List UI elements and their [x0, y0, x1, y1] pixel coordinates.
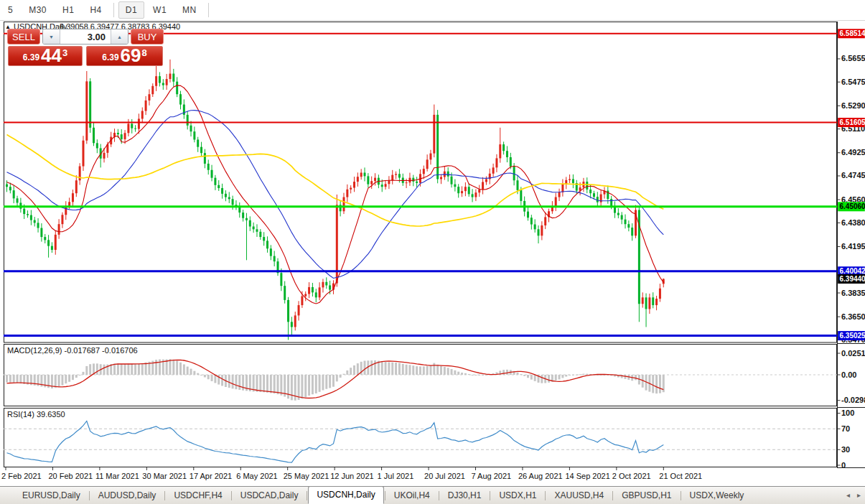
chart-canvas: 0.0251080.00-0.02988 10070300 6.565506.5…	[0, 0, 865, 504]
chart-tab-EURUSD-Daily[interactable]: EURUSD,Daily	[14, 488, 88, 503]
price-tick-label: 6.54750	[841, 78, 865, 86]
date-tick-label: 20 Feb 2021	[48, 472, 93, 480]
chart-tab-USDX-Weekly[interactable]: USDX,Weekly	[682, 488, 752, 503]
date-tick-label: 12 Jun 2021	[330, 472, 374, 480]
axis-badge-label: 6.45060	[840, 202, 865, 210]
rsi-label: RSI(14) 39.6350	[7, 410, 65, 419]
price-tick-label: 6.52900	[841, 101, 865, 110]
date-tick-label: 17 Apr 2021	[190, 472, 232, 480]
toolbar-separator	[113, 3, 114, 17]
rsi-tick-label: 30	[841, 445, 850, 454]
timeframe-button-5[interactable]: 5	[1, 1, 20, 19]
date-tick-label: 2 Oct 2021	[612, 472, 651, 480]
tabs-navigation: ◂ ▸	[846, 491, 861, 500]
price-tick-label: 6.38350	[841, 289, 865, 297]
sell-price-sup: 3	[62, 47, 67, 58]
tab-separator	[385, 491, 385, 500]
timeframe-button-MN[interactable]: MN	[175, 1, 204, 19]
toolbar-separator	[208, 3, 209, 17]
date-tick-label: 21 Oct 2021	[659, 472, 702, 480]
price-tick-label: 6.41950	[841, 242, 865, 251]
chart-tab-UKOil-H4[interactable]: UKOil,H4	[386, 488, 438, 503]
date-tick-label: 7 Aug 2021	[472, 472, 512, 480]
one-click-trading-panel: SELL ▼ 3.00 ▲ BUY 6.39 44 3 6.39 69 8	[6, 29, 165, 66]
chart-tab-USDX-H1[interactable]: USDX,H1	[491, 488, 544, 503]
date-tick-label: 2 Feb 2021	[1, 472, 42, 480]
price-tick-label: 6.36500	[841, 312, 865, 321]
price-axis[interactable]: 6.565506.547506.529006.511006.492506.474…	[838, 29, 865, 344]
timeframe-button-H4[interactable]: H4	[83, 1, 108, 19]
triangle-down-icon: ▼	[49, 34, 54, 39]
volume-decrease-button[interactable]: ▼	[43, 29, 60, 44]
date-tick-label: 25 May 2021	[284, 472, 329, 480]
triangle-up-icon: ▲	[117, 34, 122, 39]
date-tick-label: 11 Mar 2021	[95, 472, 139, 480]
chart-tab-USDCHF-H4[interactable]: USDCHF,H4	[166, 488, 230, 503]
chart-tab-USDCNH-Daily[interactable]: USDCNH,Daily	[308, 486, 383, 504]
chart-tab-DJ30-H1[interactable]: DJ30,H1	[440, 488, 490, 503]
buy-button[interactable]: BUY	[131, 29, 164, 45]
pane-borders	[4, 22, 865, 468]
date-axis[interactable]: 2 Feb 202120 Feb 202111 Mar 202130 Mar 2…	[1, 467, 702, 480]
chart-tab-XAUUSD-H4[interactable]: XAUUSD,H4	[546, 488, 612, 503]
macd-tick-label: -0.02988	[841, 396, 865, 404]
sell-price-big: 44	[41, 46, 62, 65]
rsi-tick-label: 70	[841, 424, 850, 433]
buy-price-big: 69	[121, 46, 141, 65]
tab-separator	[439, 491, 439, 500]
date-tick-label: 14 Sep 2021	[565, 472, 609, 480]
macd-label: MACD(12,26,9) -0.017687 -0.016706	[7, 346, 138, 355]
tab-separator	[612, 491, 613, 500]
volume-input[interactable]: 3.00	[60, 29, 111, 44]
sell-price-display[interactable]: 6.39 44 3	[8, 46, 83, 66]
macd-tick-label: 0.00	[841, 370, 856, 379]
volume-spinner: ▼ 3.00 ▲	[42, 29, 128, 45]
chart-tab-AUDUSD-Daily[interactable]: AUDUSD,Daily	[90, 488, 164, 503]
chart-tab-GBPUSD-H1[interactable]: GBPUSD,H1	[614, 488, 679, 503]
sell-button[interactable]: SELL	[7, 29, 40, 45]
price-tick-label: 6.49250	[841, 148, 865, 157]
tab-separator	[681, 491, 681, 500]
macd-tick-label: 0.025108	[841, 349, 865, 358]
tab-separator	[231, 491, 232, 500]
date-tick-label: 30 Mar 2021	[142, 472, 187, 480]
timeframe-button-H1[interactable]: H1	[55, 1, 81, 19]
chart-tabs-bar: EURUSD,DailyAUDUSD,DailyUSDCHF,H4USDCAD,…	[0, 486, 865, 504]
axis-badge-label: 6.51605	[840, 118, 865, 126]
tabs-scroll-left-icon[interactable]: ◂	[846, 491, 850, 500]
date-tick-label: 26 Aug 2021	[518, 472, 563, 480]
timeframe-button-M30[interactable]: M30	[22, 1, 54, 19]
tab-separator	[164, 491, 165, 500]
price-tick-label: 6.43800	[841, 218, 865, 227]
axis-badge-label: 6.35025	[840, 332, 865, 340]
tab-separator	[545, 491, 546, 500]
price-tick-label: 6.56550	[841, 54, 865, 62]
buy-price-prefix: 6.39	[102, 52, 118, 62]
terminal-window: 0.0251080.00-0.02988 10070300 6.565506.5…	[0, 0, 865, 504]
rsi-tick-label: 100	[841, 409, 854, 417]
axis-badge-label: 6.40042	[840, 267, 865, 275]
tab-separator	[89, 491, 90, 500]
tabs-scroll-right-icon[interactable]: ▸	[857, 491, 861, 500]
price-tick-label: 6.47450	[841, 171, 865, 179]
axis-badge-label: 6.39440	[840, 275, 865, 283]
tab-separator	[307, 491, 307, 500]
axis-badge-label: 6.58514	[840, 29, 865, 37]
buy-price-sup: 8	[142, 47, 147, 58]
timeframe-button-D1[interactable]: D1	[118, 1, 144, 19]
tab-separator	[490, 491, 490, 500]
chart-tab-USDCAD-Daily[interactable]: USDCAD,Daily	[233, 488, 307, 503]
date-tick-label: 20 Jul 2021	[424, 472, 465, 480]
rsi-tick-label: 0	[841, 461, 846, 470]
timeframe-toolbar: 5M30H1H4D1W1MN	[0, 0, 865, 21]
volume-increase-button[interactable]: ▲	[111, 29, 128, 44]
sell-price-prefix: 6.39	[23, 52, 39, 62]
date-tick-label: 1 Jul 2021	[378, 472, 414, 480]
date-tick-label: 6 May 2021	[236, 472, 277, 480]
buy-price-display[interactable]: 6.39 69 8	[86, 46, 163, 66]
timeframe-button-W1[interactable]: W1	[146, 1, 174, 19]
